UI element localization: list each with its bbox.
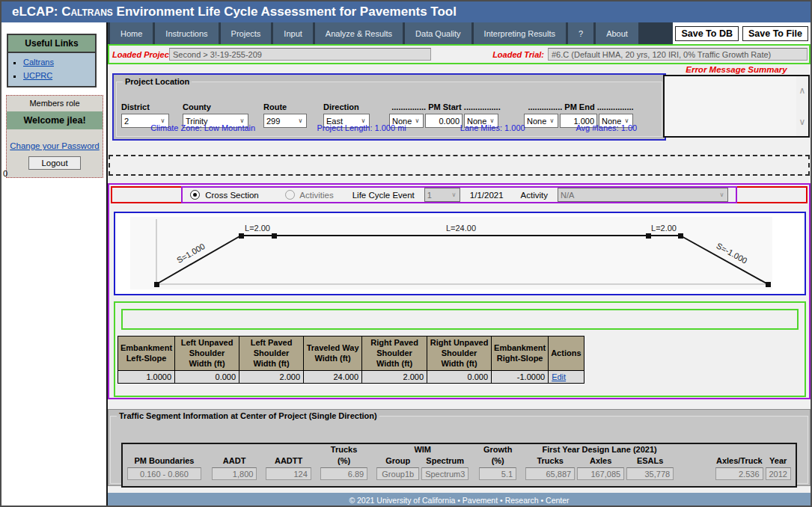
wim-group-value: Group1b (376, 467, 419, 480)
nav-item-data-quality[interactable]: Data Quality (405, 22, 471, 44)
ucprc-link[interactable]: UCPRC (23, 71, 52, 80)
year-label: Year (766, 455, 791, 466)
fydl-trucks-label: Trucks (525, 455, 575, 466)
app-title-bar: eLCAP: Caltrans Environment Life Cycle A… (1, 1, 811, 22)
footer-text: © 2021 University of California • Paveme… (349, 496, 569, 505)
activities-radio-group[interactable]: Activities (285, 190, 334, 200)
caltrans-link[interactable]: Caltrans (23, 58, 54, 67)
empty-message-box (121, 309, 799, 330)
growth-field: Growth (%) 5.1 (479, 444, 516, 480)
logout-button[interactable]: Logout (28, 156, 80, 170)
trucks-pct-field: Trucks (%) 6.89 (320, 444, 367, 480)
event-date-text: 1/1/2021 (470, 191, 504, 200)
wim-label: WIM (376, 444, 468, 455)
cross-section-radio[interactable] (190, 190, 200, 200)
useful-links-list: Caltrans UCPRC (8, 58, 95, 80)
cross-section-diagram: L=2.00 L=24.00 L=2.00 S=1.000 S=-1.000 (115, 213, 805, 294)
vertex-marker[interactable] (239, 233, 244, 239)
life-cycle-event-value: 1 (425, 191, 448, 200)
activity-value: N/A (558, 191, 716, 200)
activities-radio[interactable] (285, 190, 295, 200)
aadt-value: 1,800 (212, 467, 257, 480)
first-year-design-lane-field: First Year Design Lane (2021) Trucks 65,… (525, 444, 674, 480)
save-to-file-button[interactable]: Save To File (742, 26, 808, 41)
traffic-values-box: PM Boundaries 0.160 - 0.860 AADT 1,800 A… (121, 443, 797, 488)
route-label: Route (263, 102, 307, 111)
activity-select[interactable]: N/A ∨ (558, 188, 728, 202)
nav-item-interpreting-results[interactable]: Interpreting Results (474, 22, 566, 44)
cross-section-table-area: Embankment Left-Slope Left Unpaved Shoul… (114, 301, 806, 397)
nav-item-help[interactable]: ? (568, 22, 593, 44)
aadt-field: AADT 1,800 (212, 455, 257, 480)
edit-link[interactable]: Edit (552, 372, 566, 381)
nav-item-about[interactable]: About (596, 22, 638, 44)
list-item: Caltrans (23, 58, 95, 67)
project-location-info-row: Climate Zone: Low Mountain Project Lengt… (117, 123, 662, 132)
year-value: 2012 (766, 467, 791, 480)
error-summary-content (665, 76, 796, 136)
cell-embankment-right-slope: -1.0000 (492, 371, 549, 384)
nav-item-instructions[interactable]: Instructions (155, 22, 218, 44)
lane-miles-text: Lane Miles: 1.000 (434, 123, 552, 132)
nav-item-input[interactable]: Input (273, 22, 312, 44)
wim-group-field: WIM Group Group1b Spectrum Spectrum3 (376, 444, 468, 480)
fydl-axles-subfield: Axles 167,085 (577, 455, 624, 480)
cross-section-container: Cross Section Activities Life Cycle Even… (108, 183, 811, 399)
wim-spectrum-label: Spectrum (421, 455, 468, 466)
main-content: Home Instructions Projects Input Analyze… (108, 22, 811, 507)
vertex-marker[interactable] (646, 233, 651, 239)
error-summary-scrollbar[interactable]: ∧ ∨ (796, 76, 808, 136)
growth-value: 5.1 (479, 467, 516, 480)
view-toolbar: Cross Section Activities Life Cycle Even… (181, 186, 737, 203)
axles-per-truck-label: Axles/Truck (715, 455, 763, 466)
wim-spectrum-subfield: Spectrum Spectrum3 (421, 455, 468, 480)
nav-item-projects[interactable]: Projects (221, 22, 272, 44)
activity-label: Activity (521, 191, 548, 200)
pm-boundaries-field: PM Boundaries 0.160 - 0.860 (127, 455, 201, 480)
cell-traveled-way-width: 24.000 (304, 371, 362, 384)
trucks-pct-value: 6.89 (320, 467, 367, 480)
wim-group-label: Group (376, 455, 419, 466)
cell-left-unpaved-shoulder: 0.000 (175, 371, 239, 384)
pm-start-label: ............... PM Start ...............… (389, 102, 503, 111)
nav-bar: Home Instructions Projects Input Analyze… (108, 22, 811, 44)
save-buttons-area: Save To DB Save To File (673, 22, 811, 44)
col-traveled-way-width: Traveled Way Width (ft) (304, 337, 362, 371)
app-title-rest: Environment Life Cycle Assessment for Pa… (113, 4, 457, 19)
col-left-unpaved-shoulder: Left Unpaved Shoulder Width (ft) (175, 337, 239, 371)
scroll-down-icon[interactable]: ∨ (799, 117, 806, 127)
nav-item-analyze-results[interactable]: Analyze & Results (315, 22, 403, 44)
loaded-trial-label: Loaded Trial: (492, 50, 544, 59)
app-title-caltrans: Caltrans (61, 4, 113, 19)
nav-item-home[interactable]: Home (110, 22, 153, 44)
left-shoulder-length-label: L=2.00 (245, 224, 270, 233)
fydl-axles-value: 167,085 (577, 467, 624, 480)
dotted-placeholder-box (109, 155, 810, 176)
cross-section-radio-group[interactable]: Cross Section (190, 190, 259, 200)
vertex-marker[interactable] (766, 282, 771, 287)
fydl-esals-label: ESALs (626, 455, 674, 466)
members-role-label: Members role (7, 96, 103, 111)
fydl-esals-subfield: ESALs 35,778 (626, 455, 674, 480)
aadtt-field: AADTT 124 (266, 455, 311, 480)
change-password-link[interactable]: Change your Password (7, 141, 103, 150)
cell-right-unpaved-shoulder: 0.000 (427, 371, 492, 384)
right-shoulder-length-label: L=2.00 (651, 224, 677, 233)
loaded-status-bar: Loaded Project: Second > 3!-19-255-209 L… (108, 44, 811, 64)
table-row: 1.0000 0.000 2.000 24.000 2.000 0.000 -1… (118, 371, 584, 384)
vertex-marker[interactable] (154, 282, 159, 287)
aadt-label: AADT (212, 455, 257, 466)
pm-boundaries-label: PM Boundaries (127, 455, 201, 466)
scroll-up-icon[interactable]: ∧ (799, 85, 806, 96)
col-right-paved-shoulder: Right Paved Shoulder Width (ft) (362, 337, 427, 371)
vertex-marker[interactable] (678, 233, 683, 239)
cross-section-radio-label: Cross Section (205, 191, 259, 200)
pm-end-label: ............... PM End ................ (524, 102, 638, 111)
life-cycle-event-select[interactable]: 1 ∨ (424, 188, 460, 202)
district-label: District (121, 102, 169, 111)
save-to-db-button[interactable]: Save To DB (675, 26, 739, 41)
vertex-marker[interactable] (272, 233, 277, 239)
fydl-trucks-value: 65,887 (525, 467, 575, 480)
avg-lanes-text: Avg #lanes: 1.00 (552, 123, 662, 132)
cell-actions: Edit (549, 371, 584, 384)
